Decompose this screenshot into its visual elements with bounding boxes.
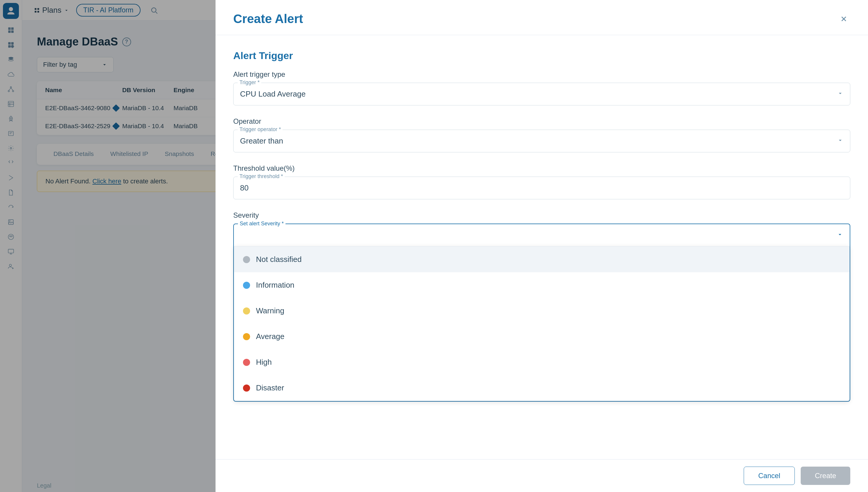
trigger-select-wrapper: Trigger * CPU Load Average <box>233 83 850 105</box>
operator-select-wrapper: Trigger operator * Greater than <box>233 130 850 152</box>
modal-title: Create Alert <box>233 12 303 26</box>
severity-option-label-disaster: Disaster <box>256 383 284 392</box>
severity-option-label-information: Information <box>256 280 295 290</box>
trigger-select-label: Trigger * <box>238 79 261 85</box>
severity-group: Severity Set alert Severity * Not classi… <box>233 211 850 402</box>
severity-option-label-high: High <box>256 358 272 367</box>
threshold-input-wrapper: Trigger threshold * <box>233 177 850 199</box>
threshold-field-label: Trigger threshold * <box>238 173 285 179</box>
create-button[interactable]: Create <box>801 467 850 485</box>
operator-select[interactable]: Greater than <box>233 130 850 152</box>
severity-label: Severity <box>233 211 850 219</box>
severity-dropdown[interactable]: Set alert Severity * Not classified Info… <box>233 224 850 402</box>
severity-option-warning[interactable]: Warning <box>234 298 849 324</box>
dot-not-classified <box>243 256 250 263</box>
severity-arrow-icon <box>837 231 843 240</box>
severity-dropdown-list: Not classified Information Warning Avera… <box>234 246 850 401</box>
threshold-label: Threshold value(%) <box>233 164 850 172</box>
threshold-input[interactable] <box>233 177 850 199</box>
severity-option-average[interactable]: Average <box>234 324 849 349</box>
dot-high <box>243 359 250 366</box>
severity-option-label-warning: Warning <box>256 306 284 315</box>
trigger-arrow-icon <box>837 90 843 99</box>
modal-body: Alert Trigger Alert trigger type Trigger… <box>215 35 868 459</box>
dot-average <box>243 333 250 340</box>
modal-close-button[interactable] <box>837 13 850 25</box>
operator-arrow-icon <box>837 137 843 146</box>
alert-trigger-type-label: Alert trigger type <box>233 70 850 78</box>
cancel-button[interactable]: Cancel <box>744 467 795 485</box>
section-title: Alert Trigger <box>233 50 850 62</box>
severity-select[interactable] <box>234 224 850 246</box>
severity-option-label-not-classified: Not classified <box>256 255 302 264</box>
severity-option-disaster[interactable]: Disaster <box>234 375 849 401</box>
severity-option-information[interactable]: Information <box>234 272 849 298</box>
modal-footer: Cancel Create <box>215 459 868 492</box>
modal-header: Create Alert <box>215 0 868 35</box>
severity-option-label-average: Average <box>256 332 284 341</box>
dot-warning <box>243 308 250 315</box>
trigger-value: CPU Load Average <box>240 90 306 99</box>
alert-trigger-type-group: Alert trigger type Trigger * CPU Load Av… <box>233 70 850 105</box>
create-alert-modal: Create Alert Alert Trigger Alert trigger… <box>215 0 868 492</box>
severity-field-label: Set alert Severity * <box>238 221 285 227</box>
dot-disaster <box>243 385 250 392</box>
trigger-select[interactable]: CPU Load Average <box>233 83 850 105</box>
operator-select-label: Trigger operator * <box>238 126 283 132</box>
severity-option-high[interactable]: High <box>234 349 849 375</box>
operator-group: Operator Trigger operator * Greater than <box>233 117 850 152</box>
operator-label: Operator <box>233 117 850 125</box>
dot-information <box>243 282 250 289</box>
severity-option-not-classified[interactable]: Not classified <box>234 247 849 272</box>
operator-value: Greater than <box>240 137 283 146</box>
threshold-group: Threshold value(%) Trigger threshold * <box>233 164 850 199</box>
